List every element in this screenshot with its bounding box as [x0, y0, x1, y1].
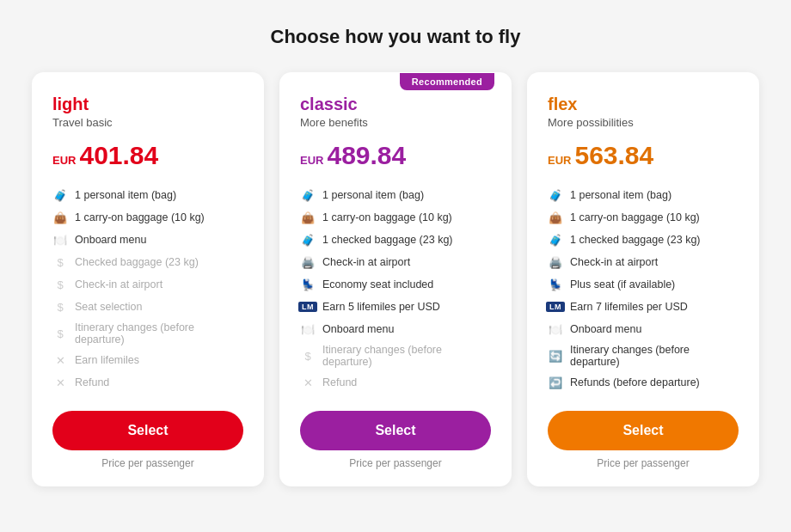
feature-item: ✕ Refund — [52, 371, 243, 394]
feature-text: Check-in at airport — [570, 256, 658, 268]
price-currency-flex: EUR — [548, 154, 571, 167]
feature-text: 1 personal item (bag) — [322, 189, 424, 201]
feature-text: Earn 7 lifemiles per USD — [570, 301, 688, 313]
dollar-icon: $ — [52, 277, 68, 292]
feature-text: Checked baggage (23 kg) — [75, 256, 199, 268]
feature-text: Itinerary changes (before departure) — [75, 321, 243, 345]
plus-seat-icon: 💺 — [548, 277, 563, 292]
checked-bag-icon: 🧳 — [548, 232, 563, 248]
carry-icon: 👜 — [548, 210, 563, 225]
feature-text: Itinerary changes (before departure) — [570, 344, 739, 368]
feature-item: ↩️ Refunds (before departure) — [548, 371, 739, 394]
feature-item: 🍽️ Onboard menu — [52, 229, 243, 251]
feature-item: LM Earn 5 lifemiles per USD — [300, 296, 491, 318]
feature-item: $ Itinerary changes (before departure) — [52, 318, 243, 349]
feature-item: $ Check-in at airport — [52, 273, 243, 296]
feature-text: 1 checked baggage (23 kg) — [322, 234, 453, 246]
price-currency-classic: EUR — [300, 154, 323, 167]
checkin-icon: 🖨️ — [548, 254, 563, 270]
dollar-icon: $ — [52, 326, 68, 341]
price-note-flex: Price per passenger — [548, 457, 739, 469]
card-subtitle-flex: More possibilities — [548, 116, 739, 129]
dollar-icon: $ — [52, 254, 68, 270]
feature-item: 🧳 1 personal item (bag) — [52, 184, 243, 206]
feature-text: Refunds (before departure) — [570, 376, 700, 388]
feature-text: 1 personal item (bag) — [570, 189, 671, 201]
feature-item: 🧳 1 checked baggage (23 kg) — [300, 229, 491, 251]
feature-item: 🖨️ Check-in at airport — [300, 251, 491, 273]
feature-item: 🔄 Itinerary changes (before departure) — [548, 340, 739, 371]
feature-item: ✕ Refund — [300, 371, 491, 394]
price-row-classic: EUR 489.84 — [300, 141, 491, 170]
price-row-light: EUR 401.84 — [52, 141, 243, 170]
feature-item: 🧳 1 checked baggage (23 kg) — [548, 229, 739, 251]
card-classic: RecommendedclassicMore benefits EUR 489.… — [279, 72, 512, 486]
feature-text: Earn 5 lifemiles per USD — [322, 301, 440, 313]
features-list-classic: 🧳 1 personal item (bag) 👜 1 carry-on bag… — [300, 184, 491, 394]
price-currency-light: EUR — [52, 154, 76, 167]
feature-text: Plus seat (if available) — [570, 278, 675, 290]
feature-item: 🧳 1 personal item (bag) — [548, 184, 739, 206]
feature-item: LM Earn 7 lifemiles per USD — [548, 296, 739, 318]
feature-item: $ Checked baggage (23 kg) — [52, 251, 243, 273]
itinerary-icon: 🔄 — [548, 348, 563, 364]
feature-text: Seat selection — [75, 301, 143, 313]
feature-item: 👜 1 carry-on baggage (10 kg) — [548, 206, 739, 229]
checked-bag-icon: 🧳 — [300, 232, 316, 248]
lifemiles-icon: LM — [300, 299, 316, 315]
checkin-icon: 🖨️ — [300, 254, 316, 270]
menu-icon: 🍽️ — [52, 232, 68, 248]
price-note-classic: Price per passenger — [300, 457, 491, 469]
card-name-light: light — [52, 95, 243, 114]
feature-item: 🧳 1 personal item (bag) — [300, 184, 491, 206]
menu-icon: 🍽️ — [548, 321, 563, 337]
lifemiles-icon: LM — [548, 299, 563, 315]
dollar-icon: $ — [52, 299, 68, 315]
carry-icon: 👜 — [300, 210, 316, 225]
select-button-flex[interactable]: Select — [548, 411, 739, 450]
card-flex: flexMore possibilities EUR 563.84 🧳 1 pe… — [527, 72, 759, 486]
price-amount-flex: 563.84 — [574, 141, 653, 170]
feature-item: ✕ Earn lifemiles — [52, 349, 243, 371]
feature-text: 1 personal item (bag) — [75, 189, 176, 201]
feature-text: Economy seat included — [322, 278, 433, 290]
feature-item: $ Itinerary changes (before departure) — [300, 340, 491, 371]
select-button-light[interactable]: Select — [52, 411, 243, 450]
seat-icon: 💺 — [300, 277, 316, 292]
select-button-classic[interactable]: Select — [300, 411, 491, 450]
feature-item: 👜 1 carry-on baggage (10 kg) — [52, 206, 243, 229]
price-note-light: Price per passenger — [52, 457, 243, 469]
feature-text: 1 carry-on baggage (10 kg) — [75, 211, 205, 223]
bag-icon: 🧳 — [548, 187, 563, 203]
feature-item: 🍽️ Onboard menu — [300, 318, 491, 340]
card-subtitle-classic: More benefits — [300, 116, 491, 129]
feature-text: 1 carry-on baggage (10 kg) — [570, 211, 700, 223]
feature-text: Earn lifemiles — [75, 354, 139, 366]
cards-container: lightTravel basic EUR 401.84 🧳 1 persona… — [32, 72, 759, 486]
bag-icon: 🧳 — [300, 187, 316, 203]
features-list-light: 🧳 1 personal item (bag) 👜 1 carry-on bag… — [52, 184, 243, 394]
feature-text: 1 carry-on baggage (10 kg) — [322, 211, 452, 223]
feature-item: $ Seat selection — [52, 296, 243, 318]
feature-text: Refund — [75, 376, 109, 388]
price-amount-light: 401.84 — [79, 141, 158, 170]
feature-text: Refund — [322, 376, 357, 388]
carry-icon: 👜 — [52, 210, 68, 225]
x-icon: ✕ — [52, 352, 68, 368]
bag-icon: 🧳 — [52, 187, 68, 203]
menu-icon: 🍽️ — [300, 321, 316, 337]
card-subtitle-light: Travel basic — [52, 116, 243, 129]
price-row-flex: EUR 563.84 — [548, 141, 739, 170]
refund-icon: ↩️ — [548, 375, 563, 390]
feature-text: Check-in at airport — [322, 256, 410, 268]
card-name-flex: flex — [548, 95, 739, 114]
recommended-badge: Recommended — [400, 73, 494, 90]
feature-text: Onboard menu — [322, 323, 394, 335]
feature-text: Check-in at airport — [75, 278, 162, 290]
feature-item: 💺 Plus seat (if available) — [548, 273, 739, 296]
feature-item: 💺 Economy seat included — [300, 273, 491, 296]
card-name-classic: classic — [300, 95, 491, 114]
price-amount-classic: 489.84 — [327, 141, 406, 170]
x-icon: ✕ — [52, 375, 68, 390]
feature-text: Onboard menu — [570, 323, 641, 335]
